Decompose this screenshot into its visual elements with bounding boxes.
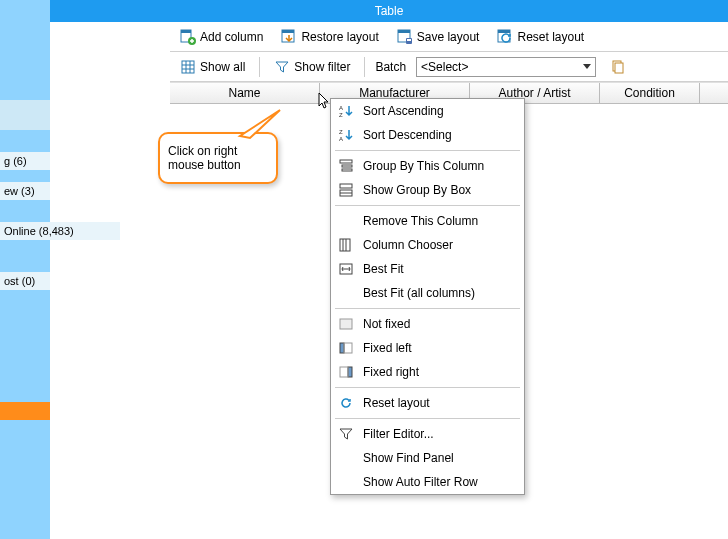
group-box-icon bbox=[337, 181, 355, 199]
column-header-condition[interactable]: Condition bbox=[600, 83, 700, 103]
column-header-name[interactable]: Name bbox=[170, 83, 320, 103]
menu-sort-descending[interactable]: ZA Sort Descending bbox=[331, 123, 524, 147]
svg-rect-23 bbox=[340, 239, 350, 251]
menu-label: Group By This Column bbox=[363, 159, 484, 173]
menu-label: Reset layout bbox=[363, 396, 430, 410]
column-chooser-icon bbox=[337, 236, 355, 254]
menu-separator bbox=[335, 205, 520, 206]
svg-text:Z: Z bbox=[339, 112, 343, 118]
chevron-down-icon bbox=[583, 64, 591, 69]
menu-show-auto-filter-row[interactable]: Show Auto Filter Row bbox=[331, 470, 524, 494]
svg-text:A: A bbox=[339, 105, 343, 111]
copy-button[interactable] bbox=[606, 57, 630, 77]
fixed-right-icon bbox=[337, 363, 355, 381]
menu-label: Column Chooser bbox=[363, 238, 453, 252]
menu-label: Best Fit (all columns) bbox=[363, 286, 475, 300]
menu-best-fit[interactable]: Best Fit bbox=[331, 257, 524, 281]
batch-select[interactable]: <Select> bbox=[416, 57, 596, 77]
menu-filter-editor[interactable]: Filter Editor... bbox=[331, 422, 524, 446]
menu-label: Remove This Column bbox=[363, 214, 478, 228]
menu-label: Fixed right bbox=[363, 365, 419, 379]
menu-remove-column[interactable]: Remove This Column bbox=[331, 209, 524, 233]
batch-label: Batch bbox=[375, 60, 406, 74]
menu-column-chooser[interactable]: Column Chooser bbox=[331, 233, 524, 257]
svg-rect-10 bbox=[498, 30, 510, 33]
menu-separator bbox=[335, 308, 520, 309]
svg-rect-21 bbox=[340, 184, 352, 188]
fixed-left-icon bbox=[337, 339, 355, 357]
menu-label: Show Group By Box bbox=[363, 183, 471, 197]
svg-rect-25 bbox=[340, 319, 352, 329]
svg-rect-11 bbox=[182, 61, 194, 73]
menu-not-fixed[interactable]: Not fixed bbox=[331, 312, 524, 336]
menu-label: Not fixed bbox=[363, 317, 410, 331]
svg-rect-27 bbox=[344, 343, 352, 353]
restore-layout-icon bbox=[281, 29, 297, 45]
menu-label: Show Find Panel bbox=[363, 451, 454, 465]
sidebar-item[interactable]: ost (0) bbox=[0, 272, 50, 290]
show-all-icon bbox=[180, 59, 196, 75]
show-all-button[interactable]: Show all bbox=[176, 57, 249, 77]
save-layout-icon bbox=[397, 29, 413, 45]
toolbar-secondary: Show all Show filter Batch <Select> bbox=[170, 52, 728, 82]
group-by-icon bbox=[337, 157, 355, 175]
menu-show-find-panel[interactable]: Show Find Panel bbox=[331, 446, 524, 470]
menu-label: Fixed left bbox=[363, 341, 412, 355]
context-menu: AZ Sort Ascending ZA Sort Descending Gro… bbox=[330, 98, 525, 495]
svg-rect-1 bbox=[181, 30, 191, 33]
blank-icon bbox=[337, 284, 355, 302]
sidebar-highlighted[interactable] bbox=[0, 402, 50, 420]
blank-icon bbox=[337, 449, 355, 467]
show-all-label: Show all bbox=[200, 60, 245, 74]
menu-group-by[interactable]: Group By This Column bbox=[331, 154, 524, 178]
filter-icon bbox=[274, 59, 290, 75]
reset-icon bbox=[337, 394, 355, 412]
menu-fixed-right[interactable]: Fixed right bbox=[331, 360, 524, 384]
svg-rect-13 bbox=[615, 63, 623, 73]
svg-text:Z: Z bbox=[339, 129, 343, 135]
show-filter-button[interactable]: Show filter bbox=[270, 57, 354, 77]
menu-sort-ascending[interactable]: AZ Sort Ascending bbox=[331, 99, 524, 123]
filter-editor-icon bbox=[337, 425, 355, 443]
callout-tail bbox=[235, 108, 285, 151]
svg-rect-28 bbox=[348, 367, 352, 377]
restore-layout-button[interactable]: Restore layout bbox=[277, 27, 382, 47]
not-fixed-icon bbox=[337, 315, 355, 333]
restore-layout-label: Restore layout bbox=[301, 30, 378, 44]
menu-fixed-left[interactable]: Fixed left bbox=[331, 336, 524, 360]
svg-rect-18 bbox=[340, 160, 352, 163]
sidebar: g (6) ew (3) Online (8,483) ost (0) bbox=[0, 0, 50, 539]
menu-separator bbox=[335, 418, 520, 419]
reset-layout-button[interactable]: Reset layout bbox=[493, 27, 588, 47]
save-layout-button[interactable]: Save layout bbox=[393, 27, 484, 47]
batch-select-value: <Select> bbox=[421, 60, 468, 74]
svg-rect-26 bbox=[340, 343, 344, 353]
add-column-icon bbox=[180, 29, 196, 45]
menu-separator bbox=[335, 150, 520, 151]
menu-label: Sort Ascending bbox=[363, 104, 444, 118]
sidebar-item[interactable]: g (6) bbox=[0, 152, 50, 170]
toolbar-primary: Add column Restore layout Save layout Re… bbox=[170, 22, 728, 52]
menu-best-fit-all[interactable]: Best Fit (all columns) bbox=[331, 281, 524, 305]
menu-reset-layout[interactable]: Reset layout bbox=[331, 391, 524, 415]
best-fit-icon bbox=[337, 260, 355, 278]
separator bbox=[364, 57, 365, 77]
add-column-button[interactable]: Add column bbox=[176, 27, 267, 47]
sidebar-selected-row[interactable] bbox=[0, 100, 50, 130]
blank-icon bbox=[337, 212, 355, 230]
svg-rect-29 bbox=[340, 367, 348, 377]
svg-rect-8 bbox=[407, 39, 411, 41]
callout-text: Click on right mouse button bbox=[168, 144, 241, 172]
sidebar-item[interactable]: ew (3) bbox=[0, 182, 50, 200]
show-filter-label: Show filter bbox=[294, 60, 350, 74]
svg-rect-4 bbox=[282, 30, 294, 33]
svg-rect-19 bbox=[342, 165, 352, 167]
sort-desc-icon: ZA bbox=[337, 126, 355, 144]
svg-text:A: A bbox=[339, 136, 343, 142]
menu-label: Sort Descending bbox=[363, 128, 452, 142]
window-title: Table bbox=[50, 0, 728, 22]
menu-label: Filter Editor... bbox=[363, 427, 434, 441]
menu-show-group-box[interactable]: Show Group By Box bbox=[331, 178, 524, 202]
menu-separator bbox=[335, 387, 520, 388]
sidebar-item[interactable]: Online (8,483) bbox=[0, 222, 120, 240]
